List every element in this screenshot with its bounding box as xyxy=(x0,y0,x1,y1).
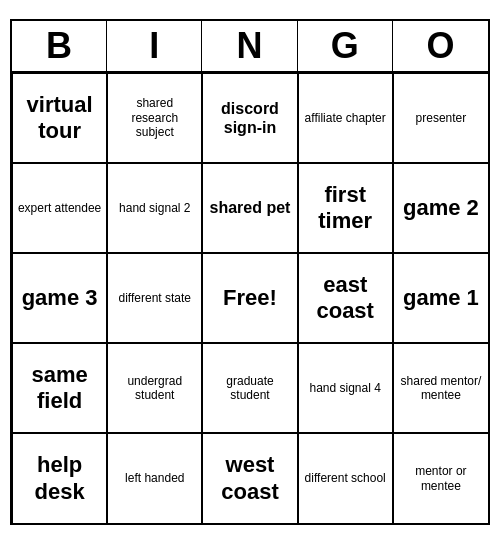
bingo-cell: left handed xyxy=(107,433,202,523)
cell-text: shared mentor/ mentee xyxy=(398,374,484,403)
bingo-cell: Free! xyxy=(202,253,297,343)
bingo-cell: mentor or mentee xyxy=(393,433,488,523)
bingo-cell: virtual tour xyxy=(12,73,107,163)
header-letter: G xyxy=(298,21,393,71)
bingo-cell: undergrad student xyxy=(107,343,202,433)
cell-text: undergrad student xyxy=(112,374,197,403)
bingo-cell: different state xyxy=(107,253,202,343)
cell-text: discord sign-in xyxy=(207,99,292,137)
cell-text: virtual tour xyxy=(17,92,102,145)
bingo-header: BINGO xyxy=(12,21,488,73)
cell-text: different state xyxy=(119,291,192,305)
cell-text: help desk xyxy=(17,452,102,505)
cell-text: first timer xyxy=(303,182,388,235)
cell-text: graduate student xyxy=(207,374,292,403)
cell-text: west coast xyxy=(207,452,292,505)
cell-text: game 3 xyxy=(22,285,98,311)
bingo-cell: different school xyxy=(298,433,393,523)
bingo-cell: east coast xyxy=(298,253,393,343)
cell-text: presenter xyxy=(416,111,467,125)
bingo-cell: presenter xyxy=(393,73,488,163)
cell-text: left handed xyxy=(125,471,184,485)
bingo-cell: graduate student xyxy=(202,343,297,433)
cell-text: mentor or mentee xyxy=(398,464,484,493)
bingo-cell: shared pet xyxy=(202,163,297,253)
header-letter: N xyxy=(202,21,297,71)
header-letter: O xyxy=(393,21,488,71)
bingo-cell: game 2 xyxy=(393,163,488,253)
cell-text: hand signal 2 xyxy=(119,201,190,215)
header-letter: I xyxy=(107,21,202,71)
cell-text: affiliate chapter xyxy=(305,111,386,125)
bingo-cell: same field xyxy=(12,343,107,433)
bingo-cell: west coast xyxy=(202,433,297,523)
bingo-cell: game 3 xyxy=(12,253,107,343)
bingo-grid: virtual tourshared research subjectdisco… xyxy=(12,73,488,523)
bingo-cell: discord sign-in xyxy=(202,73,297,163)
cell-text: shared pet xyxy=(210,198,291,217)
cell-text: different school xyxy=(305,471,386,485)
cell-text: game 1 xyxy=(403,285,479,311)
bingo-cell: first timer xyxy=(298,163,393,253)
bingo-cell: shared mentor/ mentee xyxy=(393,343,488,433)
bingo-card: BINGO virtual tourshared research subjec… xyxy=(10,19,490,525)
cell-text: expert attendee xyxy=(18,201,101,215)
bingo-cell: affiliate chapter xyxy=(298,73,393,163)
bingo-cell: game 1 xyxy=(393,253,488,343)
cell-text: shared research subject xyxy=(112,96,197,139)
bingo-cell: hand signal 2 xyxy=(107,163,202,253)
cell-text: hand signal 4 xyxy=(310,381,381,395)
cell-text: Free! xyxy=(223,285,277,311)
bingo-cell: expert attendee xyxy=(12,163,107,253)
cell-text: same field xyxy=(17,362,102,415)
cell-text: east coast xyxy=(303,272,388,325)
bingo-cell: shared research subject xyxy=(107,73,202,163)
cell-text: game 2 xyxy=(403,195,479,221)
bingo-cell: hand signal 4 xyxy=(298,343,393,433)
header-letter: B xyxy=(12,21,107,71)
bingo-cell: help desk xyxy=(12,433,107,523)
